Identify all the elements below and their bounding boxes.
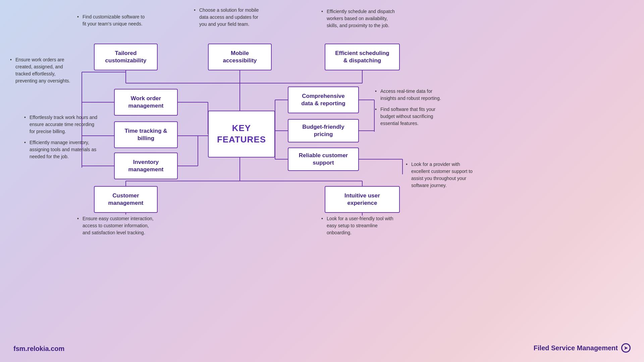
feature-customer-support: Reliable customer support (288, 147, 359, 171)
annotation-mobile: Choose a solution for mobile data access… (194, 7, 264, 30)
annotation-data-text: Access real-time data for insights and r… (375, 88, 449, 102)
feature-work-order-label: Work order management (128, 95, 164, 110)
feature-mobile: Mobile accessibility (208, 44, 272, 70)
annotation-work-order: Ensure work orders are created, assigned… (10, 56, 77, 86)
feature-intuitive-ux: Intuitive user experience (325, 186, 400, 213)
annotation-tailored-text: Find customizable software to fit your t… (77, 13, 148, 27)
feature-budget-label: Budget-friendly pricing (302, 123, 344, 138)
annotation-mobile-text: Choose a solution for mobile data access… (194, 7, 264, 28)
feature-tailored-label: Tailored customizability (105, 50, 147, 64)
annotation-work-order-text: Ensure work orders are created, assigned… (10, 56, 77, 84)
annotation-intuitive-ux: Look for a user-friendly tool with easy … (321, 215, 395, 238)
annotation-time-text: Effortlessly track work hours and ensure… (24, 114, 98, 135)
feature-budget: Budget-friendly pricing (288, 119, 359, 142)
footer-website: fsm.relokia.com (13, 345, 64, 353)
feature-customer-support-label: Reliable customer support (299, 152, 348, 167)
feature-time-tracking-label: Time tracking & billing (124, 127, 167, 142)
feature-data-reporting: Comprehensive data & reporting (288, 86, 359, 113)
annotation-customer-support-text: Look for a provider with excellent custo… (406, 161, 480, 189)
feature-intuitive-ux-label: Intuitive user experience (344, 192, 380, 207)
annotation-scheduling: Efficiently schedule and dispatch worker… (321, 8, 395, 31)
annotation-customer-support: Look for a provider with excellent custo… (406, 161, 480, 191)
feature-scheduling-label: Efficient scheduling & dispatching (335, 50, 389, 64)
feature-data-reporting-label: Comprehensive data & reporting (301, 93, 345, 107)
feature-inventory: Inventory management (114, 153, 178, 179)
feature-tailored: Tailored customizability (94, 44, 158, 70)
feature-mobile-label: Mobile accessibility (223, 50, 257, 64)
footer-brand: Filed Service Management ➤ (534, 343, 631, 353)
feature-customer-mgmt: Customer management (94, 186, 158, 213)
feature-work-order: Work order management (114, 89, 178, 116)
annotation-budget-text: Find software that fits your budget with… (375, 106, 449, 127)
annotation-customer-mgmt: Ensure easy customer interaction, access… (77, 215, 154, 238)
feature-time-tracking: Time tracking & billing (114, 121, 178, 148)
annotation-customer-mgmt-text: Ensure easy customer interaction, access… (77, 215, 154, 236)
annotation-scheduling-text: Efficiently schedule and dispatch worker… (321, 8, 395, 29)
annotation-tailored: Find customizable software to fit your t… (77, 13, 148, 29)
feature-customer-mgmt-label: Customer management (108, 192, 144, 207)
annotation-time-billing: Effortlessly track work hours and ensure… (24, 114, 98, 162)
feature-scheduling: Efficient scheduling & dispatching (325, 44, 400, 70)
diagram-container: KEY FEATURES Tailored customizability Mo… (0, 0, 644, 362)
footer-icon: ➤ (621, 343, 631, 353)
annotation-inventory-text: Efficiently manage inventory, assigning … (24, 139, 98, 160)
feature-inventory-label: Inventory management (128, 159, 164, 173)
center-key-features: KEY FEATURES (208, 111, 275, 158)
annotation-intuitive-ux-text: Look for a user-friendly tool with easy … (321, 215, 395, 236)
annotation-data-reporting: Access real-time data for insights and r… (375, 88, 449, 129)
